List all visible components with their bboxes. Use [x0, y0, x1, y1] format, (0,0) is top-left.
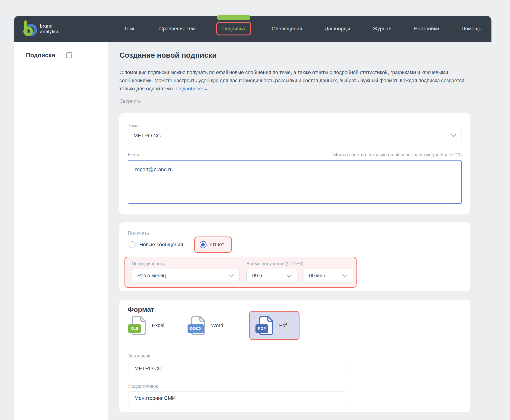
add-subscription-button[interactable] [65, 51, 73, 59]
hours-value: 09 ч. [252, 273, 263, 279]
format-option-excel[interactable]: XLS Excel [131, 315, 164, 336]
periodicity-select[interactable]: Раз в месяц [132, 269, 240, 282]
radio-new-messages-label[interactable]: Новые сообщения [139, 242, 183, 248]
top-navbar: brand analytics Темы Сравнение тем Подпи… [14, 16, 491, 42]
radio-report[interactable] [200, 241, 206, 248]
nav-item-subscription[interactable]: Подписка [216, 22, 251, 36]
topic-email-card: Тема METRO CC E-mail Можно ввести нескол… [119, 113, 470, 215]
active-tab-indicator [217, 15, 250, 20]
brand-analytics-logo-icon [22, 20, 37, 38]
page-title: Создание новой подписки [119, 51, 217, 60]
format-word-label: Word [211, 322, 223, 329]
xls-badge: XLS [128, 324, 141, 333]
nav-item-dashboards[interactable]: Дашборды [323, 22, 352, 36]
page-description: С помощью подписки можно получать по ema… [119, 68, 474, 93]
more-link[interactable]: Подробнее → [176, 86, 208, 91]
receive-card: Получать Новые сообщения Отчет Периодичн… [119, 222, 470, 291]
receive-options: Новые сообщения Отчет [129, 237, 232, 253]
sidebar-title: Подписки [26, 52, 55, 59]
receive-label: Получать [128, 230, 149, 236]
brand-analytics-logo[interactable]: brand analytics [22, 16, 59, 42]
chevron-down-icon [229, 274, 234, 277]
periodicity-annotation-box: Периодичность Время получения (UTC+3) Ра… [124, 257, 357, 288]
chevron-down-icon [342, 274, 347, 277]
sidebar: Подписки [14, 42, 108, 420]
chevron-down-icon [451, 134, 456, 137]
chevron-down-icon [287, 274, 292, 277]
nav-item-journal[interactable]: Журнал [371, 22, 393, 36]
add-subscription-icon [65, 51, 73, 59]
subtitle-field-label: Подзаголовок [128, 384, 158, 389]
email-textarea[interactable]: report@brand.ru [128, 160, 462, 204]
report-annotation-box: Отчет [194, 237, 232, 253]
topic-label: Тема [128, 123, 139, 128]
nav-item-help[interactable]: Помощь [460, 22, 483, 36]
radio-report-label[interactable]: Отчет [210, 242, 224, 248]
email-hint: Можно ввести несколько email через запят… [333, 152, 462, 158]
docx-badge: DOCX [188, 324, 204, 333]
title-field-label: Заголовок [128, 353, 150, 359]
time-label: Время получения (UTC+3) [246, 261, 304, 266]
format-option-word[interactable]: DOCX Word [190, 315, 223, 336]
nav-menu: Темы Сравнение тем Подписка Оповещения Д… [122, 16, 483, 42]
minutes-select[interactable]: 00 мин. [303, 269, 353, 282]
pdf-badge: PDF [255, 324, 268, 333]
format-options: XLS Excel DOCX Word PDF Pdf [131, 311, 299, 340]
subtitle-input[interactable] [128, 391, 347, 405]
topic-select[interactable]: METRO CC [128, 129, 462, 142]
nav-item-subscription-label: Подписка [222, 26, 245, 31]
description-text: С помощью подписки можно получать по ema… [119, 70, 464, 91]
nav-item-theme-comparison[interactable]: Сравнение тем [157, 22, 197, 36]
format-option-pdf[interactable]: PDF Pdf [249, 311, 299, 340]
title-input[interactable] [128, 362, 347, 375]
collapse-link[interactable]: Свернуть [119, 98, 141, 105]
excel-file-icon: XLS [131, 315, 147, 336]
format-excel-label: Excel [152, 322, 164, 329]
radio-new-messages[interactable] [129, 241, 136, 248]
hours-select[interactable]: 09 ч. [246, 269, 297, 282]
topic-select-value: METRO CC [134, 133, 161, 139]
email-label: E-mail [128, 152, 142, 157]
nav-item-alerts[interactable]: Оповещения [270, 22, 304, 36]
nav-item-settings[interactable]: Настройки [412, 22, 441, 36]
periodicity-value: Раз в месяц [137, 273, 166, 279]
nav-item-themes[interactable]: Темы [122, 22, 138, 36]
logo-text: brand analytics [40, 23, 59, 34]
word-file-icon: DOCX [190, 315, 206, 336]
periodicity-label: Периодичность [132, 261, 165, 266]
format-pdf-label: Pdf [279, 322, 287, 329]
pdf-file-icon: PDF [258, 315, 274, 336]
format-card: Формат XLS Excel DOCX Word [119, 300, 470, 412]
minutes-value: 00 мин. [309, 273, 327, 279]
